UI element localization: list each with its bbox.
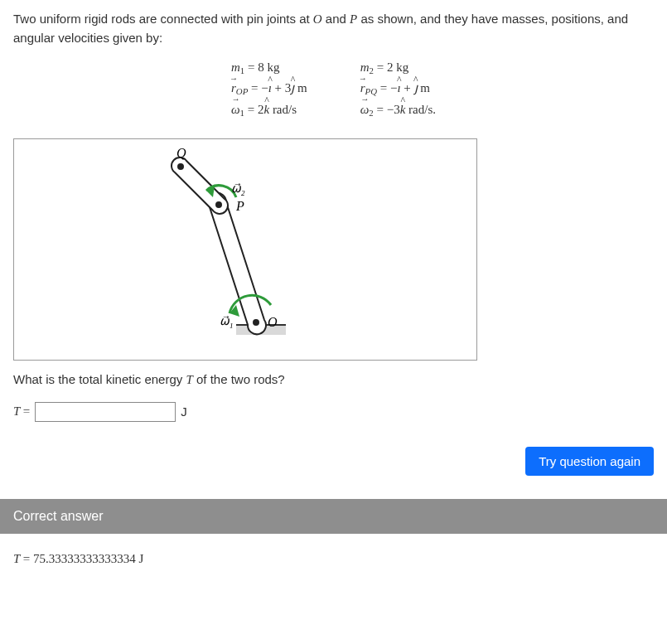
question-text: What is the total kinetic energy T of th… (13, 372, 654, 387)
given-values: m1 = 8 kg rOP = −ı + 3ȷ m ω1 = 2k rad/s … (13, 57, 654, 120)
answer-unit: J (181, 404, 187, 419)
correct-answer-header: Correct answer (0, 499, 667, 534)
answer-input[interactable] (35, 402, 176, 422)
svg-point-5 (216, 202, 221, 207)
label-O: O (268, 315, 278, 329)
given-col-2: m2 = 2 kg rPQ = −ı + ȷ m ω2 = −3k rad/s. (360, 57, 436, 120)
label-P: P (235, 199, 244, 213)
svg-point-2 (254, 320, 259, 325)
label-w2: ω⃗2 (231, 182, 245, 197)
try-again-button[interactable]: Try question again (525, 447, 654, 476)
given-col-1: m1 = 8 kg rOP = −ı + 3ȷ m ω1 = 2k rad/s (231, 57, 307, 120)
label-Q: Q (176, 146, 186, 160)
svg-point-4 (178, 164, 183, 169)
correct-answer-value: T = 75.33333333333334 J (13, 552, 654, 566)
problem-intro: Two uniform rigid rods are connected wit… (13, 10, 654, 47)
answer-symbol: T = (13, 404, 30, 419)
answer-row: T = J (13, 402, 654, 422)
label-w1: ω⃗1 (220, 315, 234, 330)
figure: Q P O ω⃗2 ω⃗1 (13, 138, 477, 361)
rods-diagram: Q P O ω⃗2 ω⃗1 (14, 139, 478, 361)
